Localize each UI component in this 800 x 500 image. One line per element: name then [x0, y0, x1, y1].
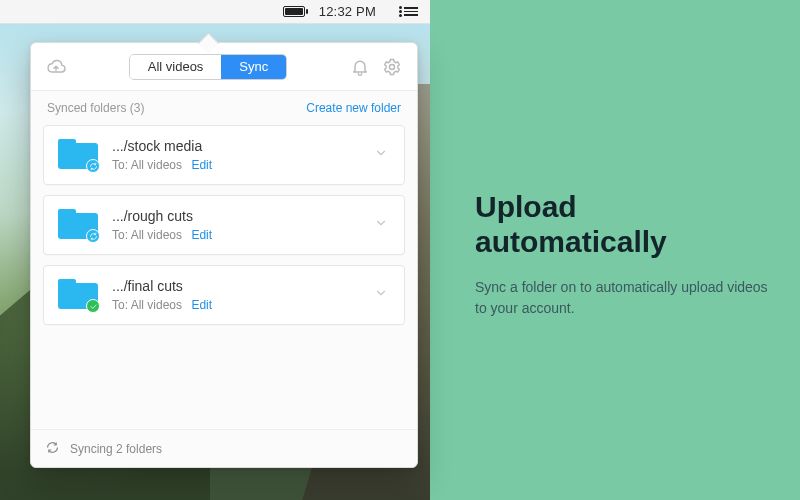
edit-destination-link[interactable]: Edit: [191, 228, 212, 242]
view-segmented-control: All videos Sync: [129, 54, 288, 80]
marketing-panel: Upload automatically Sync a folder on to…: [475, 190, 775, 319]
synced-folders-heading: Synced folders (3): [47, 101, 144, 115]
settings-gear-icon[interactable]: [381, 56, 403, 78]
tab-all-videos[interactable]: All videos: [130, 55, 222, 79]
marketing-title: Upload automatically: [475, 190, 775, 259]
edit-destination-link[interactable]: Edit: [191, 158, 212, 172]
folder-card-body: .../stock media To: All videos Edit: [112, 138, 360, 172]
expand-chevron-icon[interactable]: [374, 216, 392, 234]
panel-subheader: Synced folders (3) Create new folder: [31, 91, 417, 121]
sync-status-text: Syncing 2 folders: [70, 442, 162, 456]
notifications-bell-icon[interactable]: [349, 56, 371, 78]
folder-card[interactable]: .../rough cuts To: All videos Edit: [43, 195, 405, 255]
folder-card[interactable]: .../stock media To: All videos Edit: [43, 125, 405, 185]
synced-ok-badge-icon: [86, 299, 100, 313]
folder-icon: [58, 209, 98, 241]
folder-name: .../rough cuts: [112, 208, 360, 224]
folder-icon: [58, 279, 98, 311]
folder-destination: To: All videos Edit: [112, 228, 360, 242]
tab-sync[interactable]: Sync: [221, 55, 286, 79]
expand-chevron-icon[interactable]: [374, 286, 392, 304]
folder-list: .../stock media To: All videos Edit: [31, 121, 417, 329]
panel-footer: Syncing 2 folders: [31, 429, 417, 467]
edit-destination-link[interactable]: Edit: [191, 298, 212, 312]
menubar-list-icon[interactable]: [404, 7, 418, 16]
svg-point-3: [389, 64, 394, 69]
expand-chevron-icon[interactable]: [374, 146, 392, 164]
menubar: 12:32 PM: [0, 0, 430, 24]
folder-card-body: .../final cuts To: All videos Edit: [112, 278, 360, 312]
sync-badge-icon: [86, 229, 100, 243]
folder-destination: To: All videos Edit: [112, 158, 360, 172]
cloud-upload-icon[interactable]: [45, 56, 67, 78]
folder-destination: To: All videos Edit: [112, 298, 360, 312]
create-folder-link[interactable]: Create new folder: [306, 101, 401, 115]
marketing-body: Sync a folder on to automatically upload…: [475, 277, 775, 319]
sync-spinner-icon: [45, 440, 60, 458]
sync-dropdown-panel: All videos Sync Synced folders (3) Creat…: [30, 42, 418, 468]
panel-toolbar: All videos Sync: [31, 43, 417, 91]
battery-icon[interactable]: [283, 6, 305, 17]
folder-icon: [58, 139, 98, 171]
folder-name: .../stock media: [112, 138, 360, 154]
folder-name: .../final cuts: [112, 278, 360, 294]
menubar-clock[interactable]: 12:32 PM: [319, 4, 376, 19]
sync-badge-icon: [86, 159, 100, 173]
folder-card[interactable]: .../final cuts To: All videos Edit: [43, 265, 405, 325]
desktop-scene: 12:32 PM All videos Sync: [0, 0, 430, 500]
folder-card-body: .../rough cuts To: All videos Edit: [112, 208, 360, 242]
